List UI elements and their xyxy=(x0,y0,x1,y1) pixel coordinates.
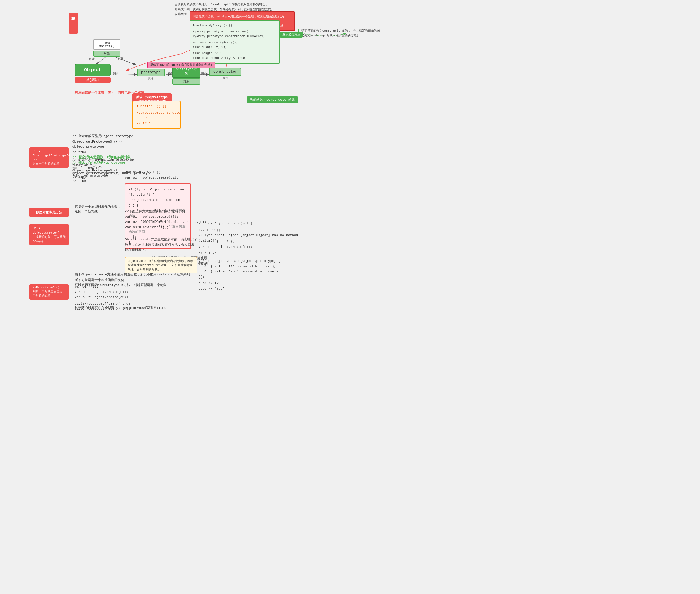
p-code-line-3: // true xyxy=(137,121,177,126)
object-node: Object 类(类型) xyxy=(75,64,111,83)
have-label-arrow: 拥有 xyxy=(117,57,123,61)
new-object-node: new Object() 对象 xyxy=(93,39,120,57)
svg-line-7 xyxy=(96,56,107,65)
svg-line-8 xyxy=(113,56,135,65)
p-code-line-2: P.prototype.constructor === P xyxy=(137,110,177,121)
when-constructor-label: 当前函数为constructor函数 xyxy=(247,96,298,103)
have-label-2: 拥有 xyxy=(113,71,119,75)
create-dynamic-note: Object.create方法生成的新对象，动态继承了原型，在原型上添加或修改任… xyxy=(125,237,197,253)
array-code-line-3: MyArray.prototype.constructor = MyArray; xyxy=(193,34,277,39)
create-attributes-code: var o = Object.create(Object.prototype, … xyxy=(199,259,304,292)
constructor-node: constructor 属性 xyxy=(209,68,241,80)
java-super-label: 类似了Java的super对象(即当前对象的父类) xyxy=(148,62,215,68)
canvas: 当读取对象的某个属性时，JavaScript引擎先寻找对象本身的属性， 如果找不… xyxy=(0,0,700,594)
prototype-node: prototype 属性 xyxy=(137,69,165,80)
array-code-line-0: function MyArray () {} xyxy=(193,24,277,28)
p-function-code: function P() {} P.prototype.constructor … xyxy=(132,101,181,129)
receives-prototype-annotation: 它接受一个原型对象作为参数，返回一个新对象 xyxy=(75,204,123,213)
common-methods-label: 原型对象常见方法 xyxy=(30,207,69,217)
create-method-label: 2★ Object.create()：生成新的对象，可以替代new命令... xyxy=(30,224,69,245)
array-code-line-2: MyArray.prototype = new Array(); xyxy=(193,30,277,34)
get-prototype-label: 1★ Object.getPrototypeOf（）返回一个对象的原型 xyxy=(30,147,69,167)
array-code-line-8: mine.length // 3 xyxy=(193,51,277,56)
inherit-parent-label: 继承父类方法 xyxy=(280,32,303,38)
only-prototype-note: 只要某个对象存在在原型链上，isPrototypeOf都返回true。 xyxy=(75,304,180,310)
is-prototype-method-label: isPrototypeOf():判断一个对象是否是另一个对象的原型 xyxy=(30,284,69,300)
array-code-line-9: mine instanceof Array // true xyxy=(193,56,277,61)
p-code-line-0: function P() {} xyxy=(137,104,177,109)
prototype-effect-label: 原型链的作用 xyxy=(69,13,78,34)
specify-constructor-annotation: 指定当前函数为constructor函数， 并且指定当前函数的父类为protot… xyxy=(298,29,382,38)
have-label-3: 拥有 xyxy=(201,71,207,75)
create-label-arrow: 创建 xyxy=(89,57,95,61)
orange-attributes-note: Object.create方法也可以接受两个参数，展示描述属性的attribut… xyxy=(125,257,197,273)
array-code-block: function MyArray () {} MyArray.prototype… xyxy=(190,21,280,64)
array-code-line-6: mine.push(1, 2, 3); xyxy=(193,45,277,50)
array-code-line-5: var mine = new MyArray(); xyxy=(193,40,277,45)
